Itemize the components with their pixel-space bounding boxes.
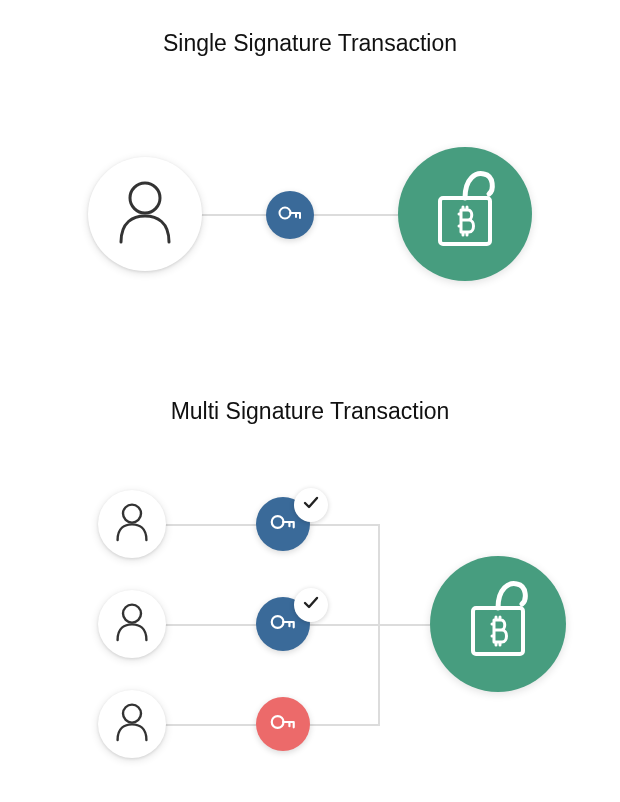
svg-point-0 (130, 183, 160, 213)
connector-line (290, 624, 440, 626)
unlock-bitcoin-icon (428, 168, 502, 260)
multi-sig-title: Multi Signature Transaction (0, 398, 620, 425)
svg-point-1 (280, 208, 291, 219)
unlock-node (430, 556, 566, 692)
user-icon (114, 702, 150, 746)
unlock-node (398, 147, 532, 281)
user-node (88, 157, 202, 271)
user-node-3 (98, 690, 166, 758)
user-icon (114, 602, 150, 646)
svg-point-6 (272, 516, 284, 528)
svg-point-3 (123, 505, 141, 523)
check-badge-2 (294, 588, 328, 622)
svg-point-4 (123, 605, 141, 623)
user-node-1 (98, 490, 166, 558)
single-sig-title: Single Signature Transaction (0, 30, 620, 57)
key-icon (268, 507, 298, 541)
user-icon (115, 180, 175, 248)
user-node-2 (98, 590, 166, 658)
check-badge-1 (294, 488, 328, 522)
key-icon (276, 199, 304, 231)
key-icon (268, 707, 298, 741)
key-node-3-invalid (256, 697, 310, 751)
svg-point-8 (272, 716, 284, 728)
unlock-bitcoin-icon (461, 578, 535, 670)
check-icon (302, 594, 320, 616)
key-icon (268, 607, 298, 641)
check-icon (302, 494, 320, 516)
user-icon (114, 502, 150, 546)
connector-line (378, 524, 380, 726)
key-node (266, 191, 314, 239)
svg-point-5 (123, 705, 141, 723)
svg-point-7 (272, 616, 284, 628)
